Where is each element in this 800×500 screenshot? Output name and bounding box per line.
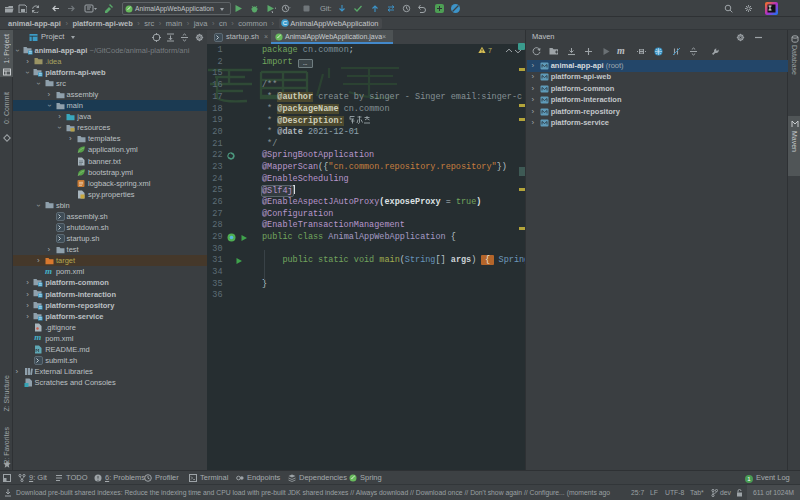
svg-text:C: C — [282, 20, 287, 26]
